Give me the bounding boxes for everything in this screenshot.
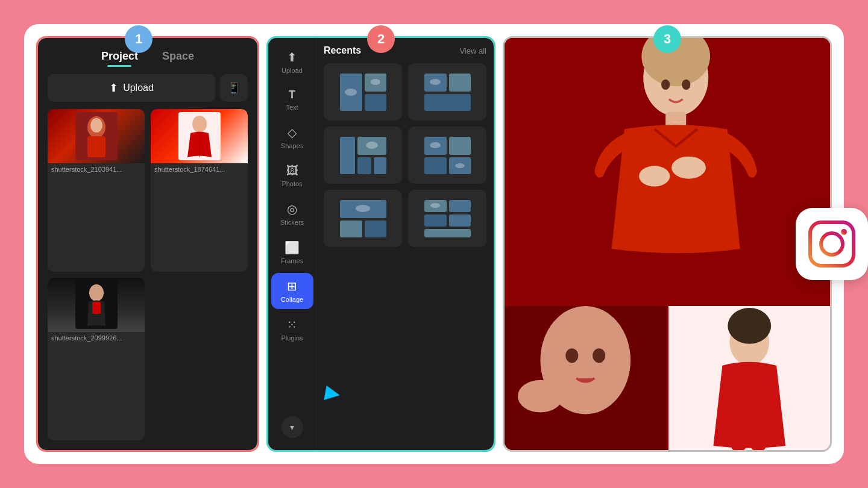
toolbar-photos-icon: 🖼 xyxy=(286,164,298,178)
svg-rect-67 xyxy=(810,222,854,266)
fashion-lower xyxy=(505,306,830,450)
svg-point-53 xyxy=(661,80,670,90)
svg-point-45 xyxy=(430,203,440,208)
svg-point-52 xyxy=(671,157,706,179)
svg-point-51 xyxy=(639,166,670,186)
svg-point-20 xyxy=(430,79,441,85)
collage-thumb-5[interactable] xyxy=(324,190,402,247)
toolbar-shapes-icon: ◇ xyxy=(288,125,297,140)
svg-rect-65 xyxy=(751,423,766,450)
svg-rect-25 xyxy=(374,157,386,174)
svg-point-15 xyxy=(371,79,380,85)
panel-3-border xyxy=(503,36,832,452)
svg-rect-30 xyxy=(424,157,447,174)
toolbar-frames-icon: ⬜ xyxy=(285,240,300,255)
svg-point-5 xyxy=(192,116,207,133)
fashion-lower-right-svg xyxy=(668,306,831,450)
collage-thumb-6[interactable] xyxy=(408,190,486,247)
fashion-upper xyxy=(505,38,830,306)
toolbar-photos-label: Photos xyxy=(281,180,302,187)
panel-1-border: Project Space ⬆ Upload 📱 xyxy=(36,36,259,452)
tab-space[interactable]: Space xyxy=(162,50,194,67)
toolbar-collage-label: Collage xyxy=(281,296,303,303)
toolbar-frames[interactable]: ⬜ Frames xyxy=(271,234,313,271)
toolbar-frames-label: Frames xyxy=(281,257,303,264)
collage-thumb-4[interactable] xyxy=(408,127,486,184)
view-all-button[interactable]: View all xyxy=(459,46,486,55)
svg-rect-42 xyxy=(424,214,447,227)
toolbar-upload[interactable]: ⬆ Upload xyxy=(271,44,313,80)
instagram-icon xyxy=(808,220,856,268)
svg-rect-22 xyxy=(340,137,355,174)
toolbar-more-icon: ▾ xyxy=(290,422,294,432)
collage-thumb-3[interactable] xyxy=(324,127,402,184)
toolbar-plugins-label: Plugins xyxy=(281,334,303,342)
svg-rect-43 xyxy=(449,214,471,227)
toolbar-text-label: Text xyxy=(286,104,298,111)
panel-3-wrapper: 3 xyxy=(503,36,832,452)
svg-rect-29 xyxy=(449,137,471,155)
upload-icon: ⬆ xyxy=(109,81,118,95)
main-container: 1 Project Space ⬆ Upload xyxy=(24,24,844,464)
svg-point-66 xyxy=(728,308,771,344)
toolbar-plugins[interactable]: ⁙ Plugins xyxy=(271,311,313,348)
svg-rect-41 xyxy=(449,200,471,212)
toolbar-stickers[interactable]: ◎ Stickers xyxy=(271,196,313,232)
upload-label: Upload xyxy=(123,83,154,93)
toolbar: ⬆ Upload T Text ◇ Shapes 🖼 xyxy=(268,38,316,450)
toolbar-shapes[interactable]: ◇ Shapes xyxy=(271,119,313,155)
svg-rect-2 xyxy=(87,136,105,157)
fashion-lower-right xyxy=(668,306,831,450)
image-thumb-2 xyxy=(151,109,248,163)
toolbar-text[interactable]: T Text xyxy=(271,83,313,117)
image-card-2[interactable]: shutterstock_1874641... xyxy=(151,109,248,272)
svg-point-26 xyxy=(366,142,378,149)
step-badge-2: 2 xyxy=(367,25,395,53)
step-badge-1: 1 xyxy=(125,25,153,53)
svg-rect-24 xyxy=(357,157,371,174)
image-card-3[interactable]: shutterstock_2099926... xyxy=(48,278,145,440)
collage-thumb-1[interactable] xyxy=(324,63,402,120)
toolbar-more-button[interactable]: ▾ xyxy=(281,416,303,438)
fashion-upper-svg xyxy=(505,38,830,306)
image-grid: shutterstock_2103941... shutter xyxy=(48,109,248,440)
svg-point-68 xyxy=(821,233,843,255)
panel-1-wrapper: 1 Project Space ⬆ Upload xyxy=(36,36,259,452)
collage-svg-2 xyxy=(422,71,473,113)
image-label-1: shutterstock_2103941... xyxy=(48,163,145,175)
svg-rect-36 xyxy=(340,221,362,237)
toolbar-photos[interactable]: 🖼 Photos xyxy=(271,158,313,193)
svg-point-8 xyxy=(89,284,104,301)
collage-svg-4 xyxy=(422,134,473,177)
toolbar-collage[interactable]: ⊞ Collage xyxy=(271,273,313,309)
toolbar-shapes-label: Shapes xyxy=(281,142,303,149)
upload-row: ⬆ Upload 📱 xyxy=(48,74,248,102)
image-thumb-1 xyxy=(48,109,145,163)
device-button[interactable]: 📱 xyxy=(220,74,248,102)
svg-point-38 xyxy=(356,205,370,212)
svg-rect-64 xyxy=(731,423,746,450)
svg-rect-18 xyxy=(449,74,471,92)
panel-3-inner xyxy=(505,38,830,450)
collage-thumb-2[interactable] xyxy=(408,63,486,120)
recents-title: Recents xyxy=(324,45,361,56)
svg-point-54 xyxy=(682,80,690,90)
collage-svg-5 xyxy=(338,198,389,240)
toolbar-upload-icon: ⬆ xyxy=(287,50,297,64)
toolbar-text-icon: T xyxy=(289,89,295,101)
panel-2-border: ⬆ Upload T Text ◇ Shapes 🖼 xyxy=(266,36,495,452)
image-card-1[interactable]: shutterstock_2103941... xyxy=(48,109,145,272)
svg-point-33 xyxy=(455,163,465,168)
fashion-lower-left-svg xyxy=(505,306,667,450)
svg-point-3 xyxy=(90,118,102,133)
toolbar-collage-icon: ⊞ xyxy=(287,279,297,293)
tab-project[interactable]: Project xyxy=(101,50,138,67)
panel-2-inner: ⬆ Upload T Text ◇ Shapes 🖼 xyxy=(268,38,494,450)
project-space-tabs: Project Space xyxy=(48,48,248,67)
toolbar-stickers-icon: ◎ xyxy=(287,202,297,216)
collage-grid xyxy=(324,63,486,247)
recents-header: Recents View all xyxy=(324,45,486,56)
upload-button[interactable]: ⬆ Upload xyxy=(48,74,215,102)
svg-rect-19 xyxy=(424,94,471,111)
step-badge-3: 3 xyxy=(653,25,681,53)
